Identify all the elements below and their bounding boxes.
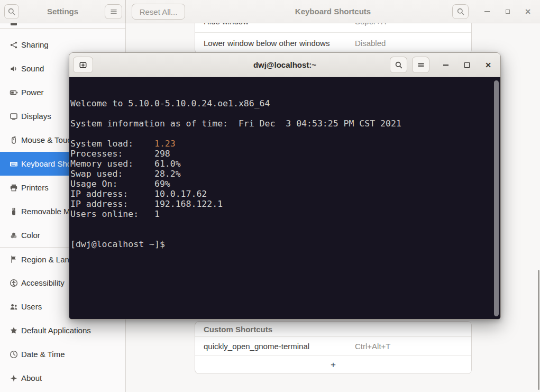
terminal-line: Welcome to 5.10.0-5.10.0.24.oe1.x86_64 xyxy=(70,98,500,108)
sidebar-item-label: Color xyxy=(21,231,40,240)
minimize-icon xyxy=(484,11,490,12)
sidebar-scrollbar[interactable] xyxy=(538,270,539,390)
close-icon: ✕ xyxy=(485,61,491,69)
terminal-line: Usage On: 69% xyxy=(70,179,500,189)
terminal-line xyxy=(70,129,500,139)
close-icon: ✕ xyxy=(525,8,531,15)
panel-title: Keyboard Shortcuts xyxy=(126,0,540,23)
terminal-line: Swap used: 28.2% xyxy=(70,169,500,179)
terminal-highlight-text: 1.23 xyxy=(154,139,176,149)
shortcut-binding: Ctrl+Alt+T xyxy=(355,342,391,351)
settings-maximize-button[interactable] xyxy=(501,5,514,18)
sidebar-item-label: Users xyxy=(21,302,42,311)
shortcut-binding: Disabled xyxy=(355,39,386,48)
terminal-scrollbar[interactable] xyxy=(494,80,499,316)
terminal-output[interactable]: Welcome to 5.10.0-5.10.0.24.oe1.x86_64 S… xyxy=(69,77,500,319)
settings-headerbar: Settings Reset All... Keyboard Shortcuts… xyxy=(0,0,540,23)
share-icon xyxy=(10,41,18,49)
shortcut-name: Hide window xyxy=(204,23,355,26)
shortcut-list-card: Hide windowSuper+HLower window below oth… xyxy=(195,23,472,54)
sidebar-item-label: Sound xyxy=(21,64,44,73)
headerbar-left: Settings xyxy=(0,0,126,23)
custom-shortcuts-card: Custom Shortcuts quickly_open_gnome-term… xyxy=(195,321,472,374)
terminal-text: System load: xyxy=(70,139,154,149)
settings-close-button[interactable]: ✕ xyxy=(521,5,534,18)
terminal-minimize-button[interactable] xyxy=(440,59,452,71)
sidebar-item-date-time[interactable]: Date & Time xyxy=(0,342,125,366)
shortcut-name: Lower window below other windows xyxy=(204,39,355,48)
add-shortcut-button[interactable]: + xyxy=(195,356,471,373)
color-icon xyxy=(10,231,18,240)
shortcut-row[interactable]: Lower window below other windowsDisabled xyxy=(195,33,471,53)
terminal-text: System information as of time: Fri Dec 3… xyxy=(70,118,401,129)
terminal-headerbar[interactable]: dwj@localhost:~ ✕ xyxy=(69,53,500,77)
terminal-text: Users online: 1 xyxy=(70,209,160,219)
terminal-window: dwj@localhost:~ ✕ Welcome to 5.10.0-5.10… xyxy=(69,52,501,320)
terminal-menu-button[interactable] xyxy=(412,57,429,73)
displays-icon xyxy=(10,112,18,121)
sidebar-item-label: Displays xyxy=(21,112,51,121)
sidebar-item-label: Default Applications xyxy=(21,326,91,335)
screen: Hide windowSuper+HLower window below oth… xyxy=(0,0,540,392)
terminal-maximize-button[interactable] xyxy=(461,59,473,71)
terminal-line: IP address: 10.0.17.62 xyxy=(70,189,500,199)
terminal-line: Processes: 298 xyxy=(70,149,500,159)
power-icon xyxy=(10,88,18,97)
sidebar-item-label: Power xyxy=(21,88,44,97)
printer-icon xyxy=(10,184,18,192)
minimize-icon xyxy=(443,65,449,66)
shortcut-binding: Super+H xyxy=(355,23,387,26)
terminal-line xyxy=(70,78,500,88)
terminal-line: System load: 1.23 xyxy=(70,139,500,149)
terminal-line: Memory used: 61.0% xyxy=(70,159,500,169)
terminal-line: System information as of time: Fri Dec 3… xyxy=(70,118,500,129)
search-icon xyxy=(456,7,465,16)
partial-icon xyxy=(10,23,18,27)
sidebar-item-label: Date & Time xyxy=(21,350,65,359)
terminal-text: Memory used: 61.0% xyxy=(70,159,181,169)
star-icon xyxy=(10,326,18,335)
clock-icon xyxy=(10,350,18,359)
terminal-text: Usage On: 69% xyxy=(70,179,170,189)
terminal-text: IP address: 10.0.17.62 xyxy=(70,189,207,199)
settings-menu-button[interactable] xyxy=(105,4,122,19)
sparkle-icon xyxy=(10,374,18,382)
terminal-line xyxy=(70,219,500,229)
sidebar-item-label: Sharing xyxy=(21,40,49,49)
sidebar-item-partial[interactable] xyxy=(0,23,125,29)
shortcut-row[interactable]: Hide windowSuper+H xyxy=(195,23,471,33)
sidebar-item-label: Printers xyxy=(21,183,49,192)
custom-shortcut-row[interactable]: quickly_open_gnome-terminalCtrl+Alt+T xyxy=(195,337,471,356)
headerbar-right: Reset All... Keyboard Shortcuts ✕ xyxy=(126,0,540,23)
settings-minimize-button[interactable] xyxy=(481,5,493,18)
accessibility-icon xyxy=(10,279,18,287)
sidebar-item-default-applications[interactable]: Default Applications xyxy=(0,318,125,342)
terminal-text: Welcome to 5.10.0-5.10.0.24.oe1.x86_64 xyxy=(70,98,270,108)
terminal-line xyxy=(70,88,500,98)
terminal-line: IP address: 192.168.122.1 xyxy=(70,199,500,209)
keyboard-icon xyxy=(10,160,18,168)
custom-shortcuts-header: Custom Shortcuts xyxy=(195,322,471,337)
terminal-text: Processes: 298 xyxy=(70,149,170,159)
sound-icon xyxy=(10,65,18,73)
terminal-search-button[interactable] xyxy=(390,57,407,73)
maximize-icon xyxy=(464,62,470,68)
terminal-text: [dwj@localhost ~]$ xyxy=(70,239,170,249)
shortcut-name: quickly_open_gnome-terminal xyxy=(204,342,355,351)
sidebar-item-about[interactable]: About xyxy=(0,366,125,390)
terminal-text: Swap used: 28.2% xyxy=(70,169,181,179)
menu-icon xyxy=(417,61,425,69)
terminal-line: [dwj@localhost ~]$ xyxy=(70,239,500,249)
terminal-text: IP address: 192.168.122.1 xyxy=(70,199,223,209)
shortcuts-search-button[interactable] xyxy=(452,4,469,19)
maximize-icon xyxy=(506,10,510,14)
usb-icon xyxy=(10,207,18,216)
sidebar-item-label: Accessibility xyxy=(21,278,65,287)
menu-icon xyxy=(109,7,118,16)
sidebar-item-label: About xyxy=(21,373,42,382)
terminal-close-button[interactable]: ✕ xyxy=(482,59,495,71)
mouse-icon xyxy=(10,136,18,144)
search-icon xyxy=(395,61,403,69)
users-icon xyxy=(10,303,18,311)
terminal-title: dwj@localhost:~ xyxy=(69,53,500,77)
